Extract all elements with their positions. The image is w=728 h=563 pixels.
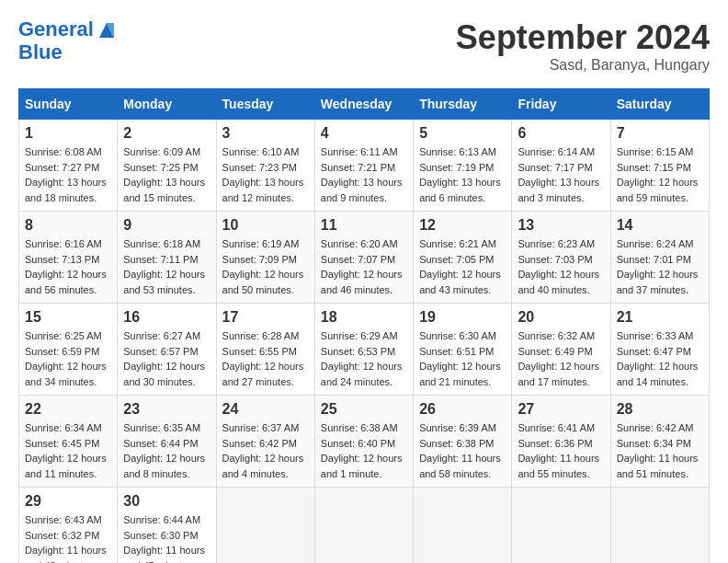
calendar-week-1: 1 Sunrise: 6:08 AM Sunset: 7:27 PM Dayli… <box>19 120 710 212</box>
sunset-label: Sunset: 7:17 PM <box>518 162 592 173</box>
sunset-label: Sunset: 6:51 PM <box>419 346 494 357</box>
sunrise-label: Sunrise: 6:21 AM <box>419 238 496 249</box>
calendar-cell: 3 Sunrise: 6:10 AM Sunset: 7:23 PM Dayli… <box>216 120 314 212</box>
daylight-label: Daylight: 12 hours and 27 minutes. <box>222 361 304 387</box>
sunset-label: Sunset: 6:40 PM <box>321 438 395 449</box>
day-info: Sunrise: 6:10 AM Sunset: 7:23 PM Dayligh… <box>222 144 309 205</box>
daylight-label: Daylight: 12 hours and 21 minutes. <box>419 361 501 387</box>
daylight-label: Daylight: 12 hours and 46 minutes. <box>321 269 403 295</box>
sunset-label: Sunset: 6:45 PM <box>25 438 99 449</box>
sunrise-label: Sunrise: 6:39 AM <box>419 422 496 433</box>
day-info: Sunrise: 6:43 AM Sunset: 6:32 PM Dayligh… <box>25 512 111 563</box>
day-number: 14 <box>617 217 703 234</box>
daylight-label: Daylight: 12 hours and 40 minutes. <box>518 269 599 295</box>
logo-general: General <box>18 17 94 40</box>
sunset-label: Sunset: 6:55 PM <box>222 346 297 357</box>
day-info: Sunrise: 6:21 AM Sunset: 7:05 PM Dayligh… <box>419 236 506 297</box>
calendar-table: Sunday Monday Tuesday Wednesday Thursday… <box>18 88 710 563</box>
day-info: Sunrise: 6:18 AM Sunset: 7:11 PM Dayligh… <box>123 236 210 297</box>
sunset-label: Sunset: 6:53 PM <box>321 346 395 357</box>
sunrise-label: Sunrise: 6:43 AM <box>25 514 102 525</box>
day-number: 25 <box>321 401 407 418</box>
daylight-label: Daylight: 12 hours and 14 minutes. <box>617 361 699 387</box>
daylight-label: Daylight: 13 hours and 18 minutes. <box>25 177 107 203</box>
daylight-label: Daylight: 11 hours and 51 minutes. <box>617 453 699 479</box>
day-info: Sunrise: 6:14 AM Sunset: 7:17 PM Dayligh… <box>518 144 604 205</box>
calendar-cell: 25 Sunrise: 6:38 AM Sunset: 6:40 PM Dayl… <box>314 396 413 488</box>
day-number: 18 <box>321 309 407 326</box>
calendar-cell: 9 Sunrise: 6:18 AM Sunset: 7:11 PM Dayli… <box>118 212 216 304</box>
day-number: 10 <box>222 217 309 234</box>
sunrise-label: Sunrise: 6:42 AM <box>617 422 694 433</box>
day-info: Sunrise: 6:42 AM Sunset: 6:34 PM Dayligh… <box>617 420 703 481</box>
day-info: Sunrise: 6:29 AM Sunset: 6:53 PM Dayligh… <box>321 328 407 389</box>
day-info: Sunrise: 6:39 AM Sunset: 6:38 PM Dayligh… <box>419 420 506 481</box>
calendar-cell: 22 Sunrise: 6:34 AM Sunset: 6:45 PM Dayl… <box>19 396 118 488</box>
day-info: Sunrise: 6:23 AM Sunset: 7:03 PM Dayligh… <box>518 236 604 297</box>
calendar-cell: 11 Sunrise: 6:20 AM Sunset: 7:07 PM Dayl… <box>314 212 413 304</box>
sunrise-label: Sunrise: 6:15 AM <box>617 146 694 157</box>
day-info: Sunrise: 6:44 AM Sunset: 6:30 PM Dayligh… <box>123 512 210 563</box>
calendar-cell: 24 Sunrise: 6:37 AM Sunset: 6:42 PM Dayl… <box>216 396 314 488</box>
location: Sasd, Baranya, Hungary <box>456 57 710 74</box>
sunrise-label: Sunrise: 6:08 AM <box>25 146 102 157</box>
calendar-cell: 6 Sunrise: 6:14 AM Sunset: 7:17 PM Dayli… <box>512 120 610 212</box>
col-saturday: Saturday <box>610 89 709 120</box>
day-number: 19 <box>419 309 506 326</box>
day-number: 23 <box>123 401 210 418</box>
calendar-week-3: 15 Sunrise: 6:25 AM Sunset: 6:59 PM Dayl… <box>19 304 710 396</box>
daylight-label: Daylight: 12 hours and 17 minutes. <box>518 361 599 387</box>
calendar-cell: 16 Sunrise: 6:27 AM Sunset: 6:57 PM Dayl… <box>118 304 216 396</box>
day-number: 4 <box>321 125 407 142</box>
day-info: Sunrise: 6:13 AM Sunset: 7:19 PM Dayligh… <box>419 144 506 205</box>
daylight-label: Daylight: 12 hours and 24 minutes. <box>321 361 403 387</box>
calendar-cell: 28 Sunrise: 6:42 AM Sunset: 6:34 PM Dayl… <box>610 396 709 488</box>
col-monday: Monday <box>118 89 216 120</box>
daylight-label: Daylight: 11 hours and 58 minutes. <box>419 453 501 479</box>
sunrise-label: Sunrise: 6:19 AM <box>222 238 300 249</box>
sunrise-label: Sunrise: 6:37 AM <box>222 422 300 433</box>
calendar-cell: 17 Sunrise: 6:28 AM Sunset: 6:55 PM Dayl… <box>216 304 314 396</box>
calendar-cell: 15 Sunrise: 6:25 AM Sunset: 6:59 PM Dayl… <box>19 304 118 396</box>
sunset-label: Sunset: 7:11 PM <box>123 254 198 265</box>
calendar-cell: 1 Sunrise: 6:08 AM Sunset: 7:27 PM Dayli… <box>19 120 118 212</box>
day-number: 20 <box>518 309 604 326</box>
calendar-cell: 2 Sunrise: 6:09 AM Sunset: 7:25 PM Dayli… <box>118 120 216 212</box>
day-info: Sunrise: 6:37 AM Sunset: 6:42 PM Dayligh… <box>222 420 309 481</box>
month-title: September 2024 <box>456 18 710 57</box>
day-number: 27 <box>518 401 604 418</box>
sunset-label: Sunset: 6:36 PM <box>518 438 592 449</box>
sunrise-label: Sunrise: 6:30 AM <box>419 330 496 341</box>
calendar-cell <box>610 488 709 564</box>
daylight-label: Daylight: 12 hours and 8 minutes. <box>123 453 205 479</box>
sunrise-label: Sunrise: 6:44 AM <box>123 514 200 525</box>
sunset-label: Sunset: 7:23 PM <box>222 162 297 173</box>
sunrise-label: Sunrise: 6:25 AM <box>25 330 102 341</box>
day-info: Sunrise: 6:16 AM Sunset: 7:13 PM Dayligh… <box>25 236 111 297</box>
day-number: 17 <box>222 309 309 326</box>
sunset-label: Sunset: 7:27 PM <box>25 162 99 173</box>
day-number: 26 <box>419 401 506 418</box>
sunrise-label: Sunrise: 6:33 AM <box>617 330 694 341</box>
sunrise-label: Sunrise: 6:27 AM <box>123 330 200 341</box>
day-number: 6 <box>518 125 604 142</box>
sunrise-label: Sunrise: 6:10 AM <box>222 146 300 157</box>
sunset-label: Sunset: 7:21 PM <box>321 162 395 173</box>
daylight-label: Daylight: 12 hours and 56 minutes. <box>25 269 107 295</box>
logo: General Blue <box>18 18 118 63</box>
sunset-label: Sunset: 7:07 PM <box>321 254 395 265</box>
sunset-label: Sunset: 6:38 PM <box>419 438 494 449</box>
day-info: Sunrise: 6:35 AM Sunset: 6:44 PM Dayligh… <box>123 420 210 481</box>
day-number: 11 <box>321 217 407 234</box>
calendar-cell: 8 Sunrise: 6:16 AM Sunset: 7:13 PM Dayli… <box>19 212 118 304</box>
sunrise-label: Sunrise: 6:41 AM <box>518 422 595 433</box>
calendar-cell: 12 Sunrise: 6:21 AM Sunset: 7:05 PM Dayl… <box>414 212 512 304</box>
sunrise-label: Sunrise: 6:18 AM <box>123 238 200 249</box>
day-number: 28 <box>617 401 703 418</box>
sunrise-label: Sunrise: 6:23 AM <box>518 238 595 249</box>
daylight-label: Daylight: 11 hours and 48 minutes. <box>25 545 107 563</box>
calendar-cell: 18 Sunrise: 6:29 AM Sunset: 6:53 PM Dayl… <box>314 304 413 396</box>
day-info: Sunrise: 6:11 AM Sunset: 7:21 PM Dayligh… <box>321 144 407 205</box>
day-info: Sunrise: 6:20 AM Sunset: 7:07 PM Dayligh… <box>321 236 407 297</box>
sunset-label: Sunset: 6:59 PM <box>25 346 99 357</box>
